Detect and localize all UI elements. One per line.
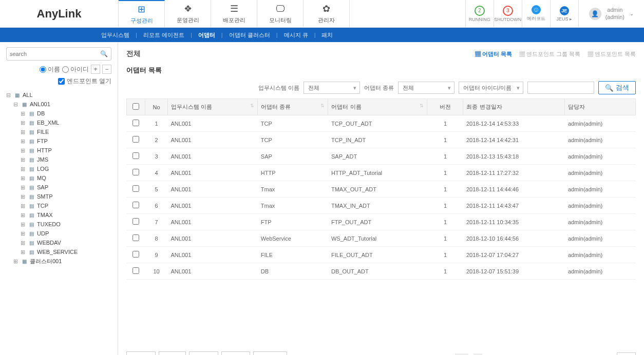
cell-ver: 1 [427, 165, 463, 181]
cell-date: 2018-12-10 16:44:56 [463, 230, 565, 247]
table-row[interactable]: 2ANL001TCPTCP_IN_ADT12018-12-14 14:42:31… [127, 132, 636, 148]
top-tab-배포관리[interactable]: ☰배포관리 [211, 0, 257, 27]
row-check[interactable] [132, 120, 139, 126]
row-check[interactable] [132, 136, 139, 143]
subnav-어댑터 클러스터[interactable]: 어댑터 클러스터 [223, 31, 276, 39]
status-jeus[interactable]: JE JEUS ▸ [550, 0, 578, 27]
cell-no: 4 [145, 165, 168, 181]
subnav-어댑터[interactable]: 어댑터 [192, 31, 221, 39]
tree-HTTP[interactable]: ⊞▤HTTP [6, 146, 111, 155]
tree-MQ[interactable]: ⊞▤MQ [6, 173, 111, 183]
tree-all[interactable]: ⊟▦ALL [6, 90, 111, 100]
col-owner[interactable]: 담당자 [565, 99, 636, 115]
col-ver[interactable]: 버전 [427, 99, 463, 115]
tree-EB_XML[interactable]: ⊞▤EB_XML [6, 118, 111, 127]
export-button[interactable]: ⤓ Export [253, 351, 288, 355]
tree-cluster[interactable]: ⊞▦클러스터001 [6, 257, 111, 266]
tree-SMTP[interactable]: ⊞▤SMTP [6, 192, 111, 201]
tree-WEBDAV[interactable]: ⊞▤WEBDAV [6, 238, 111, 247]
col-biz[interactable]: 업무시스템 이름⇅ [168, 99, 258, 115]
top-tab-운영관리[interactable]: ❖운영관리 [165, 0, 211, 27]
del-button[interactable]: － Del [159, 351, 186, 355]
table-row[interactable]: 8ANL001WebServiceWS_ADT_Tutorial12018-12… [127, 230, 636, 247]
table-row[interactable]: 10ANL001DBDB_OUT_ADT12018-12-07 15:51:39… [127, 263, 636, 280]
col-name[interactable]: 어댑터 이름⇅ [328, 99, 427, 115]
tree-WEB_SERVICE[interactable]: ⊞▤WEB_SERVICE [6, 247, 111, 257]
table-row[interactable]: 3ANL001SAPSAP_ADT12018-12-13 15:43:18adm… [127, 148, 636, 165]
view-엔드포인트 그룹 목록[interactable]: ▦ 엔드포인트 그룹 목록 [519, 50, 580, 58]
search-input[interactable] [10, 51, 100, 57]
cell-type: WebService [258, 230, 328, 247]
row-check[interactable] [132, 169, 139, 175]
subnav-리모트 에이전트[interactable]: 리모트 에이전트 [137, 31, 191, 39]
tree-TCP[interactable]: ⊞▤TCP [6, 201, 111, 210]
filter-type-select[interactable]: 전체 [398, 82, 454, 94]
tree-SAP[interactable]: ⊞▤SAP [6, 183, 111, 192]
col-no[interactable]: No [145, 99, 168, 115]
section-title: 어댑터 목록 [126, 66, 636, 75]
row-check[interactable] [132, 185, 139, 192]
view-엔드포인트 목록[interactable]: ▦ 엔드포인트 목록 [588, 50, 636, 58]
search-icon[interactable]: 🔍 [100, 50, 108, 57]
tree-DB[interactable]: ⊞▤DB [6, 109, 111, 118]
cell-owner: admin(admin) [565, 214, 636, 230]
cell-name: WS_ADT_Tutorial [328, 230, 427, 247]
status-running[interactable]: 2 RUNNING [465, 0, 494, 27]
filter-search-input[interactable] [527, 82, 594, 94]
table-row[interactable]: 7ANL001FTPFTP_OUT_ADT12018-12-11 10:34:3… [127, 214, 636, 230]
tree-UDP[interactable]: ⊞▤UDP [6, 229, 111, 238]
status-shutdown[interactable]: 3 SHUTDOWN [494, 0, 522, 27]
subnav-업무시스템[interactable]: 업무시스템 [95, 31, 136, 39]
row-check[interactable] [132, 267, 139, 274]
radio-id[interactable]: 아이디 [62, 65, 89, 74]
tree-TMAX[interactable]: ⊞▤TMAX [6, 210, 111, 220]
tree-FILE[interactable]: ⊞▤FILE [6, 127, 111, 136]
per-page-value[interactable]: 10 [617, 352, 636, 355]
cell-ver: 1 [427, 263, 463, 280]
cell-ver: 1 [427, 148, 463, 165]
add-button[interactable]: ＋ Add [126, 351, 156, 355]
col-date[interactable]: 최종 변경일자 [463, 99, 565, 115]
select-all[interactable] [132, 103, 139, 110]
table-row[interactable]: 9ANL001FILEFILE_OUT_ADT12018-12-07 17:04… [127, 247, 636, 263]
cell-date: 2018-12-14 14:42:31 [463, 132, 565, 148]
expand-button[interactable]: + [91, 65, 100, 74]
cell-ver: 1 [427, 115, 463, 132]
start-button[interactable]: ▶ Start [189, 351, 218, 355]
tree-JMS[interactable]: ⊞▤JMS [6, 155, 111, 164]
stop-button[interactable]: ■ Stop [221, 351, 250, 355]
tree-FTP[interactable]: ⊞▤FTP [6, 136, 111, 146]
row-check[interactable] [132, 218, 139, 225]
top-tab-모니터링[interactable]: 🖵모니터링 [257, 0, 304, 27]
search-button[interactable]: 🔍 검색 [598, 81, 636, 94]
table-row[interactable]: 6ANL001TmaxTMAX_IN_ADT12018-12-11 14:43:… [127, 198, 636, 214]
row-check[interactable] [132, 152, 139, 159]
row-check[interactable] [132, 202, 139, 208]
subnav-메시지 큐[interactable]: 메시지 큐 [278, 31, 314, 39]
cell-name: SAP_ADT [328, 148, 427, 165]
status-errorcode[interactable]: ⓘ 에러코드 [522, 0, 550, 27]
subnav-패치[interactable]: 패치 [315, 31, 339, 39]
tree-system[interactable]: ⊟▦ANL001 [6, 100, 111, 109]
tab-label: 구성관리 [130, 17, 153, 25]
tree-LOG[interactable]: ⊞▤LOG [6, 164, 111, 173]
top-tab-관리자[interactable]: ✿관리자 [304, 0, 350, 27]
cell-biz: ANL001 [168, 263, 258, 280]
chk-endpoint[interactable]: 엔드포인트 열기 [58, 77, 111, 86]
user-id: (admin) [605, 14, 624, 20]
top-tab-구성관리[interactable]: ⊞구성관리 [119, 0, 165, 27]
table-row[interactable]: 5ANL001TmaxTMAX_OUT_ADT12018-12-11 14:44… [127, 181, 636, 198]
user-menu[interactable]: 👤 admin (admin) ⌄ [578, 0, 644, 27]
col-type[interactable]: 어댑터 종류⇅ [258, 99, 328, 115]
tree-TUXEDO[interactable]: ⊞▤TUXEDO [6, 220, 111, 229]
filter-biz-select[interactable]: 전체 [304, 82, 360, 94]
radio-name[interactable]: 이름 [40, 65, 60, 74]
row-check[interactable] [132, 234, 139, 241]
collapse-button[interactable]: − [102, 65, 111, 74]
table-row[interactable]: 4ANL001HTTPHTTP_ADT_Tutorial12018-12-11 … [127, 165, 636, 181]
table-row[interactable]: 1ANL001TCPTCP_OUT_ADT12018-12-14 14:53:3… [127, 115, 636, 132]
view-어댑터 목록[interactable]: ▦ 어댑터 목록 [475, 50, 512, 58]
filter-searchby-select[interactable]: 어댑터 아이디/이름 [459, 82, 523, 94]
cell-name: TMAX_OUT_ADT [328, 181, 427, 198]
row-check[interactable] [132, 251, 139, 258]
